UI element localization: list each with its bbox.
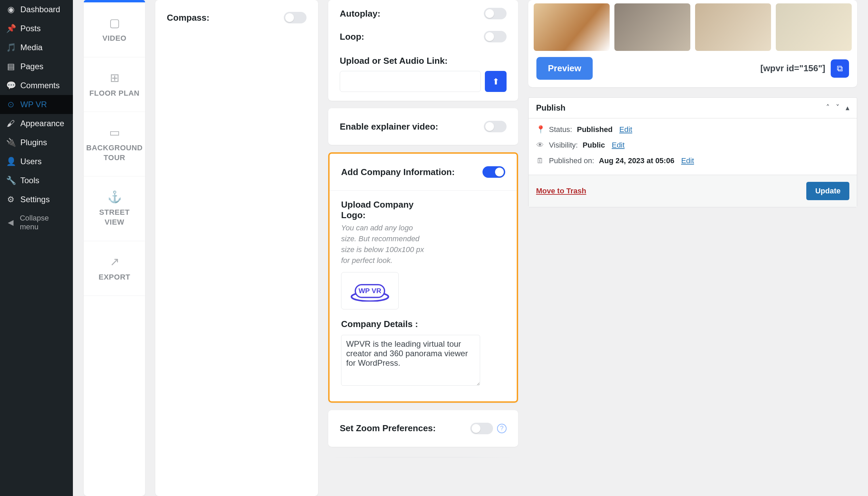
tab-street-view[interactable]: ⚓STREET VIEW	[84, 176, 145, 241]
wp-admin-sidebar: ◉Dashboard 📌Posts 🎵Media ▤Pages 💬Comment…	[0, 0, 73, 496]
zoom-toggle[interactable]	[470, 423, 493, 434]
floorplan-icon: ⊞	[110, 71, 119, 84]
sidebar-item-users[interactable]: 👤Users	[0, 152, 73, 171]
compass-label: Compass:	[167, 13, 210, 23]
upload-audio-label: Upload or Set Audio Link:	[340, 56, 507, 66]
copy-shortcode-button[interactable]: ⧉	[831, 59, 849, 78]
sidebar-item-appearance[interactable]: 🖌Appearance	[0, 114, 73, 133]
pin-icon: 📍	[536, 125, 544, 134]
upload-icon: ⬆	[492, 77, 499, 87]
dashboard-icon: ◉	[6, 5, 16, 14]
published-on-value: Aug 24, 2023 at 05:06	[599, 156, 674, 165]
wpvr-icon: ⊙	[6, 100, 16, 109]
settings-icon: ⚙	[6, 195, 16, 204]
eye-icon: 👁	[536, 141, 544, 150]
plugins-icon: 🔌	[6, 138, 16, 147]
company-info-heading: Add Company Information:	[341, 167, 455, 177]
tab-export[interactable]: ↗EXPORT	[84, 241, 145, 296]
upload-logo-label: Upload Company Logo:	[341, 200, 416, 220]
publish-box-title: Publish	[536, 103, 565, 113]
status-label: Status:	[549, 125, 572, 134]
tab-floor-plan[interactable]: ⊞FLOOR PLAN	[84, 57, 145, 112]
panel-down-icon[interactable]: ˅	[836, 104, 839, 112]
streetview-icon: ⚓	[108, 190, 122, 204]
company-details-label: Company Details :	[341, 319, 505, 329]
autoplay-toggle[interactable]	[484, 8, 507, 19]
sidebar-item-wpvr[interactable]: ⊙WP VR	[0, 95, 73, 114]
panel-up-icon[interactable]: ˄	[826, 104, 830, 112]
comments-icon: 💬	[6, 81, 16, 90]
tab-video[interactable]: ▢VIDEO	[84, 2, 145, 57]
bgtour-icon: ▭	[109, 125, 120, 139]
shortcode-text: [wpvr id="156"]	[760, 63, 825, 74]
sidebar-item-plugins[interactable]: 🔌Plugins	[0, 133, 73, 152]
export-icon: ↗	[110, 255, 119, 268]
compass-card: Compass:	[155, 0, 318, 496]
tab-background-tour[interactable]: ▭BACKGROUND TOUR	[84, 112, 145, 176]
sidebar-item-pages[interactable]: ▤Pages	[0, 57, 73, 76]
calendar-icon: 🗓	[536, 156, 544, 165]
company-details-textarea[interactable]	[341, 335, 480, 386]
compass-toggle[interactable]	[284, 12, 306, 24]
copy-icon: ⧉	[837, 63, 843, 74]
preview-gallery: Preview [wpvr id="156"] ⧉	[528, 0, 857, 87]
audio-link-input[interactable]	[340, 71, 481, 92]
zoom-card: Set Zoom Preferences: ?	[328, 410, 518, 447]
explainer-toggle[interactable]	[484, 121, 507, 132]
users-icon: 👤	[6, 157, 16, 166]
tools-icon: 🔧	[6, 176, 16, 185]
sidebar-item-tools[interactable]: 🔧Tools	[0, 171, 73, 190]
scene-thumbnail[interactable]	[695, 3, 771, 51]
explainer-label: Enable explainer video:	[340, 122, 438, 132]
visibility-value: Public	[582, 141, 605, 150]
company-logo-upload[interactable]: WP VR	[341, 272, 399, 309]
preview-button[interactable]: Preview	[536, 57, 593, 80]
publish-box: Publish ˄ ˅ ▴ 📍 Status: Published Edit	[528, 97, 857, 207]
media-icon: 🎵	[6, 43, 16, 52]
published-on-label: Published on:	[549, 156, 594, 165]
sidebar-item-comments[interactable]: 💬Comments	[0, 76, 73, 95]
audio-upload-button[interactable]: ⬆	[485, 71, 507, 92]
company-info-card: Add Company Information: Upload Company …	[328, 152, 518, 403]
company-info-toggle[interactable]	[482, 166, 505, 178]
loop-toggle[interactable]	[484, 31, 507, 42]
autoplay-label: Autoplay:	[340, 9, 381, 19]
svg-text:WP VR: WP VR	[358, 287, 381, 294]
sidebar-collapse[interactable]: ◀Collapse menu	[0, 209, 73, 236]
edit-status-link[interactable]: Edit	[620, 125, 632, 134]
audio-card: Autoplay: Loop: Upload or Set Audio Link…	[328, 0, 518, 101]
edit-visibility-link[interactable]: Edit	[612, 141, 625, 150]
video-icon: ▢	[109, 16, 120, 30]
scene-thumbnail[interactable]	[614, 3, 690, 51]
status-value: Published	[577, 125, 612, 134]
zoom-label: Set Zoom Preferences:	[340, 423, 436, 434]
sidebar-item-settings[interactable]: ⚙Settings	[0, 190, 73, 209]
sidebar-item-posts[interactable]: 📌Posts	[0, 19, 73, 38]
pages-icon: ▤	[6, 62, 16, 71]
settings-tab-strip: ▢VIDEO ⊞FLOOR PLAN ▭BACKGROUND TOUR ⚓STR…	[84, 0, 145, 496]
scene-thumbnail[interactable]	[534, 3, 610, 51]
move-to-trash-link[interactable]: Move to Trash	[536, 187, 586, 196]
wpvr-logo-icon: WP VR	[344, 280, 395, 302]
zoom-help-icon[interactable]: ?	[497, 424, 507, 433]
sidebar-item-media[interactable]: 🎵Media	[0, 38, 73, 57]
loop-label: Loop:	[340, 32, 364, 42]
upload-logo-hint: You can add any logo size. But recommend…	[341, 222, 426, 266]
scene-thumbnail[interactable]	[776, 3, 852, 51]
visibility-label: Visibility:	[549, 141, 578, 150]
section-divider	[328, 457, 518, 458]
posts-icon: 📌	[6, 24, 16, 33]
appearance-icon: 🖌	[6, 119, 16, 128]
explainer-card: Enable explainer video:	[328, 108, 518, 145]
panel-toggle-icon[interactable]: ▴	[846, 104, 849, 112]
edit-date-link[interactable]: Edit	[681, 156, 694, 165]
sidebar-item-dashboard[interactable]: ◉Dashboard	[0, 0, 73, 19]
update-button[interactable]: Update	[806, 182, 849, 200]
collapse-icon: ◀	[6, 218, 15, 227]
